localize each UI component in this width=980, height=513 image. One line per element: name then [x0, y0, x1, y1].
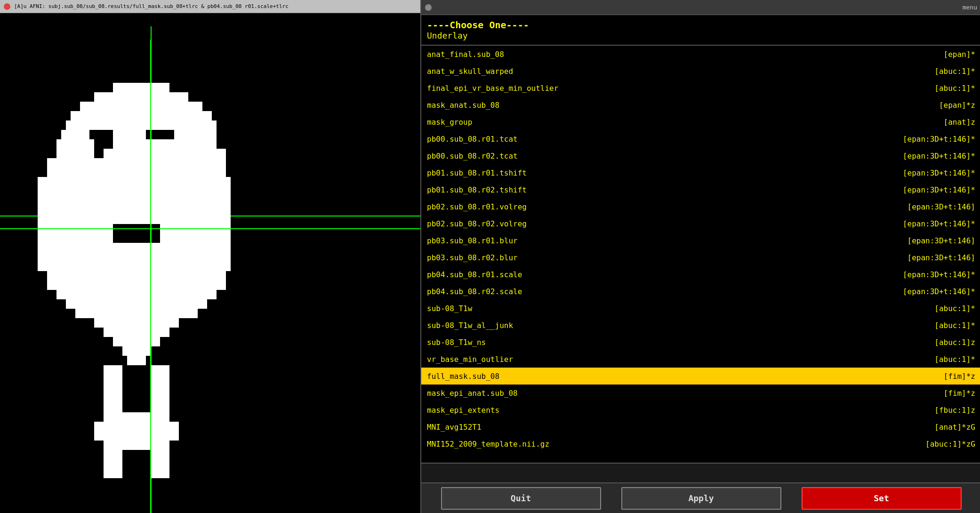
item-type: [fbuc:1]z	[934, 406, 975, 415]
item-type: [epan:3D+t:146]*	[903, 168, 975, 177]
item-type: [anat]*zG	[934, 423, 975, 432]
list-item[interactable]: pb04.sub_08.r01.scale[epan:3D+t:146]*	[421, 266, 980, 283]
item-name: vr_base_min_outlier	[427, 355, 513, 364]
svg-rect-27	[47, 281, 226, 290]
brain-canvas[interactable]	[0, 13, 420, 513]
list-item[interactable]: pb00.sub_08.r01.tcat[epan:3D+t:146]*	[421, 130, 980, 147]
svg-rect-37	[151, 365, 169, 412]
svg-rect-38	[104, 412, 169, 422]
list-item[interactable]: MNI_avg152T1[anat]*zG	[421, 418, 980, 435]
svg-rect-33	[113, 337, 160, 346]
list-item[interactable]: MNI152_2009_template.nii.gz[abuc:1]*zG	[421, 435, 980, 452]
svg-rect-2	[80, 102, 202, 111]
svg-rect-29	[66, 299, 207, 309]
item-type: [abuc:1]*	[934, 67, 975, 76]
svg-rect-14	[38, 177, 231, 186]
svg-rect-42	[104, 450, 122, 478]
dataset-list[interactable]: anat_final.sub_08[epan]*anat_w_skull_war…	[421, 46, 980, 464]
svg-rect-35	[127, 356, 146, 365]
svg-rect-6	[113, 130, 146, 139]
list-item[interactable]: mask_epi_extents[fbuc:1]z	[421, 401, 980, 418]
item-type: [epan:3D+t:146]*	[903, 219, 975, 228]
item-name: final_epi_vr_base_min_outlier	[427, 84, 558, 93]
list-item[interactable]: pb01.sub_08.r01.tshift[epan:3D+t:146]*	[421, 164, 980, 181]
underlay-label: Underlay	[427, 31, 975, 40]
menu-label: menu	[963, 4, 977, 11]
svg-rect-5	[61, 130, 89, 139]
list-item[interactable]: pb03.sub_08.r01.blur[epan:3D+t:146]	[421, 232, 980, 249]
item-name: pb04.sub_08.r02.scale	[427, 287, 522, 296]
item-name: sub-08_T1w	[427, 304, 472, 313]
list-item[interactable]: pb00.sub_08.r02.tcat[epan:3D+t:146]*	[421, 147, 980, 164]
item-name: mask_epi_extents	[427, 406, 499, 415]
item-name: anat_w_skull_warped	[427, 67, 513, 76]
svg-rect-40	[94, 431, 179, 441]
list-item[interactable]: final_epi_vr_base_min_outlier[abuc:1]*	[421, 80, 980, 96]
choose-one-label: ----Choose One----	[427, 19, 975, 31]
list-item[interactable]: full_mask.sub_08[fim]*z	[421, 368, 980, 385]
svg-rect-23	[38, 243, 231, 252]
item-type: [epan:3D+t:146]*	[903, 152, 975, 160]
svg-rect-28	[56, 290, 217, 299]
item-name: sub-08_T1w_al__junk	[427, 321, 513, 330]
list-item[interactable]: pb04.sub_08.r02.scale[epan:3D+t:146]*	[421, 283, 980, 300]
list-item[interactable]: sub-08_T1w_al__junk[abuc:1]*	[421, 317, 980, 334]
item-type: [epan:3D+t:146]*	[903, 135, 975, 144]
list-item[interactable]: mask_group[anat]z	[421, 113, 980, 130]
svg-rect-0	[113, 83, 169, 92]
apply-button[interactable]: Apply	[621, 487, 781, 510]
list-item[interactable]: anat_w_skull_warped[abuc:1]*	[421, 63, 980, 80]
list-item[interactable]: pb01.sub_08.r02.tshift[epan:3D+t:146]*	[421, 181, 980, 198]
svg-rect-8	[56, 139, 94, 149]
item-type: [abuc:1]*	[934, 84, 975, 93]
list-item[interactable]: pb02.sub_08.r02.volreg[epan:3D+t:146]*	[421, 215, 980, 232]
item-type: [epan:3D+t:146]	[908, 202, 976, 211]
title-bar: [A]u AFNI: subj.sub_08/sub_08.results/fu…	[0, 0, 420, 13]
item-type: [fim]*z	[944, 372, 975, 381]
svg-rect-43	[151, 450, 169, 478]
viewer-title: [A]u AFNI: subj.sub_08/sub_08.results/fu…	[14, 3, 289, 9]
list-item[interactable]: vr_base_min_outlier[abuc:1]*	[421, 351, 980, 368]
quit-button[interactable]: Quit	[441, 487, 601, 510]
item-type: [epan:3D+t:146]*	[903, 270, 975, 279]
item-name: mask_anat.sub_08	[427, 101, 499, 110]
item-name: MNI152_2009_template.nii.gz	[427, 440, 549, 449]
set-button[interactable]: Set	[802, 487, 962, 510]
svg-rect-25	[38, 262, 231, 271]
item-type: [epan:3D+t:146]*	[903, 287, 975, 296]
svg-rect-10	[56, 149, 94, 158]
close-icon[interactable]	[4, 3, 10, 10]
choose-header: ----Choose One---- Underlay	[421, 15, 980, 46]
list-item[interactable]: mask_anat.sub_08[epan]*z	[421, 96, 980, 113]
svg-rect-31	[94, 318, 179, 328]
choose-close-icon[interactable]	[425, 4, 432, 11]
list-item[interactable]: pb02.sub_08.r01.volreg[epan:3D+t:146]	[421, 198, 980, 215]
item-type: [epan]*	[944, 50, 975, 59]
item-type: [epan:3D+t:146]*	[903, 185, 975, 194]
svg-rect-21	[38, 233, 113, 243]
svg-rect-1	[94, 92, 188, 102]
item-name: pb00.sub_08.r01.tcat	[427, 135, 518, 144]
list-item[interactable]: pb03.sub_08.r02.blur[epan:3D+t:146]	[421, 249, 980, 266]
list-item[interactable]: sub-08_T1w[abuc:1]*	[421, 300, 980, 317]
list-item[interactable]: sub-08_T1w_ns[abuc:1]z	[421, 334, 980, 351]
svg-rect-9	[113, 139, 217, 149]
item-name: pb01.sub_08.r01.tshift	[427, 168, 527, 177]
item-type: [fim]*z	[944, 389, 975, 398]
brain-image	[0, 26, 420, 513]
list-item[interactable]: mask_epi_anat.sub_08[fim]*z	[421, 385, 980, 401]
svg-rect-32	[104, 328, 169, 337]
choose-title-bar: menu	[421, 0, 980, 15]
item-name: pb02.sub_08.r02.volreg	[427, 219, 527, 228]
bottom-buttons: Quit Apply Set	[421, 482, 980, 513]
svg-rect-36	[104, 365, 122, 412]
item-name: anat_final.sub_08	[427, 50, 504, 59]
item-name: pb02.sub_08.r01.volreg	[427, 202, 527, 211]
item-name: pb03.sub_08.r01.blur	[427, 236, 518, 245]
item-name: full_mask.sub_08	[427, 372, 499, 381]
list-item[interactable]: anat_final.sub_08[epan]*	[421, 46, 980, 63]
item-name: pb00.sub_08.r02.tcat	[427, 152, 518, 160]
svg-rect-15	[38, 186, 231, 196]
item-name: mask_group	[427, 118, 472, 127]
item-name: sub-08_T1w_ns	[427, 338, 486, 347]
